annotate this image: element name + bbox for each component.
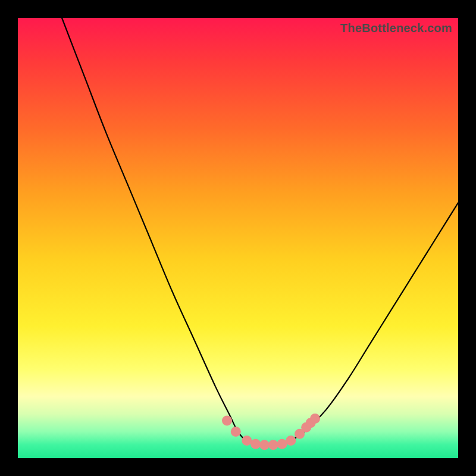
valley-marker: [231, 427, 241, 437]
valley-marker: [286, 436, 296, 446]
valley-marker: [222, 416, 232, 426]
valley-marker: [242, 436, 252, 446]
plot-area: TheBottleneck.com: [18, 18, 458, 458]
valley-marker: [268, 440, 278, 450]
valley-markers: [222, 414, 320, 450]
curve-layer: [18, 18, 458, 458]
valley-marker: [277, 439, 287, 449]
bottleneck-curve-path: [62, 18, 458, 445]
valley-marker: [250, 439, 261, 449]
valley-marker: [259, 440, 270, 450]
valley-marker: [310, 414, 320, 424]
chart-frame: TheBottleneck.com: [0, 0, 476, 476]
